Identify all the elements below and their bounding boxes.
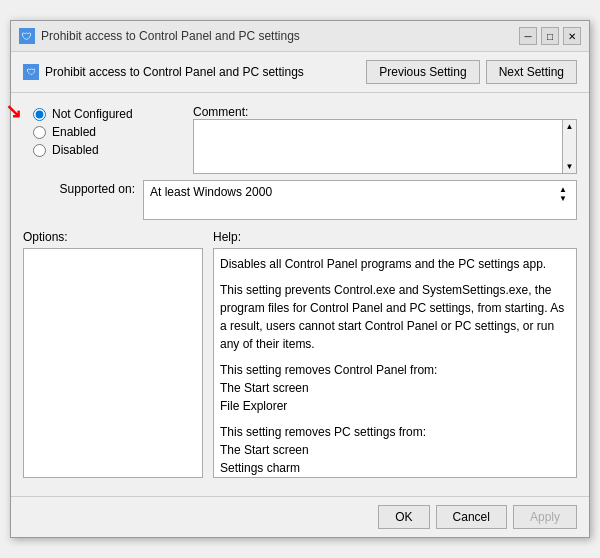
supported-scroll-up[interactable]: ▲ xyxy=(556,185,570,194)
radio-not-configured-input[interactable] xyxy=(33,108,46,121)
radio-enabled[interactable]: Enabled xyxy=(33,125,183,139)
options-box xyxy=(23,248,203,478)
radio-disabled-input[interactable] xyxy=(33,144,46,157)
radio-not-configured[interactable]: ↘ Not Configured xyxy=(33,107,183,121)
window-header: 🛡 Prohibit access to Control Panel and P… xyxy=(11,52,589,93)
radio-enabled-input[interactable] xyxy=(33,126,46,139)
main-window: 🛡 Prohibit access to Control Panel and P… xyxy=(10,20,590,538)
options-panel: Options: xyxy=(23,230,203,478)
close-button[interactable]: ✕ xyxy=(563,27,581,45)
arrow-indicator: ↘ xyxy=(5,99,22,123)
supported-value: At least Windows 2000 xyxy=(150,185,272,199)
header-buttons: Previous Setting Next Setting xyxy=(366,60,577,84)
bottom-section: Options: Help: Disables all Control Pane… xyxy=(23,230,577,478)
cancel-button[interactable]: Cancel xyxy=(436,505,507,529)
radio-not-configured-label[interactable]: Not Configured xyxy=(52,107,133,121)
header-policy-icon: 🛡 xyxy=(23,64,39,80)
radio-section: ↘ Not Configured Enabled Disabled xyxy=(33,107,183,157)
supported-section: Supported on: At least Windows 2000 ▲ ▼ xyxy=(23,180,577,220)
window-icon: 🛡 xyxy=(19,28,35,44)
help-paragraph: This setting removes PC settings from: T… xyxy=(220,423,570,478)
supported-label: Supported on: xyxy=(23,180,143,196)
help-paragraph: This setting removes Control Panel from:… xyxy=(220,361,570,415)
help-label: Help: xyxy=(213,230,577,244)
title-bar: 🛡 Prohibit access to Control Panel and P… xyxy=(11,21,589,52)
title-bar-controls: ─ □ ✕ xyxy=(519,27,581,45)
help-box[interactable]: Disables all Control Panel programs and … xyxy=(213,248,577,478)
comment-scroll-down[interactable]: ▼ xyxy=(563,160,576,173)
comment-scrollbar: ▲ ▼ xyxy=(563,119,577,174)
supported-box: At least Windows 2000 ▲ ▼ xyxy=(143,180,577,220)
comment-label: Comment: xyxy=(193,103,252,119)
title-bar-left: 🛡 Prohibit access to Control Panel and P… xyxy=(19,28,300,44)
previous-setting-button[interactable]: Previous Setting xyxy=(366,60,479,84)
ok-button[interactable]: OK xyxy=(378,505,429,529)
help-paragraph: Disables all Control Panel programs and … xyxy=(220,255,570,273)
apply-button[interactable]: Apply xyxy=(513,505,577,529)
minimize-button[interactable]: ─ xyxy=(519,27,537,45)
window-header-title: 🛡 Prohibit access to Control Panel and P… xyxy=(23,64,304,80)
radio-disabled[interactable]: Disabled xyxy=(33,143,183,157)
help-panel: Help: Disables all Control Panel program… xyxy=(213,230,577,478)
title-bar-text: Prohibit access to Control Panel and PC … xyxy=(41,29,300,43)
content-area: ↘ Not Configured Enabled Disabled xyxy=(11,93,589,496)
next-setting-button[interactable]: Next Setting xyxy=(486,60,577,84)
maximize-button[interactable]: □ xyxy=(541,27,559,45)
footer: OK Cancel Apply xyxy=(11,496,589,537)
radio-disabled-label[interactable]: Disabled xyxy=(52,143,99,157)
options-label: Options: xyxy=(23,230,203,244)
supported-scroll-down[interactable]: ▼ xyxy=(556,194,570,203)
radio-enabled-label[interactable]: Enabled xyxy=(52,125,96,139)
window-header-text: Prohibit access to Control Panel and PC … xyxy=(45,65,304,79)
comment-textarea[interactable] xyxy=(193,119,563,174)
supported-scrollbar: ▲ ▼ xyxy=(556,185,570,203)
comment-scroll-up[interactable]: ▲ xyxy=(563,120,576,133)
help-paragraph: This setting prevents Control.exe and Sy… xyxy=(220,281,570,353)
